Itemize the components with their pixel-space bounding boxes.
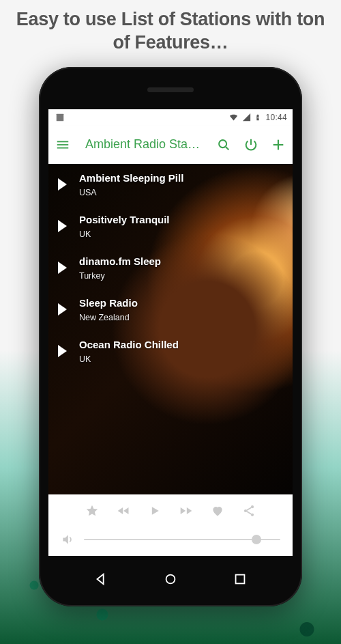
play-icon[interactable] (58, 178, 67, 191)
play-icon[interactable] (58, 220, 67, 232)
battery-icon (254, 113, 261, 122)
heart-icon[interactable] (211, 504, 224, 518)
station-name: Positively Tranquil (79, 214, 283, 226)
station-location: Turkey (79, 271, 283, 281)
power-icon[interactable] (243, 137, 258, 152)
svg-point-11 (166, 574, 175, 583)
station-row[interactable]: Positively TranquilUK (48, 206, 293, 247)
promo-headline: Easy to use List of Stations with ton of… (0, 0, 341, 60)
signal-icon (241, 112, 252, 122)
svg-rect-3 (57, 147, 69, 148)
svg-point-8 (251, 505, 254, 508)
wifi-icon (228, 112, 239, 122)
svg-rect-0 (57, 113, 64, 121)
station-name: Ocean Radio Chilled (79, 339, 283, 351)
svg-point-10 (251, 513, 254, 516)
phone-speaker (147, 87, 194, 92)
station-meta: dinamo.fm SleepTurkey (79, 255, 283, 281)
station-location: UK (79, 229, 283, 239)
station-location: UK (79, 354, 283, 364)
rewind-icon[interactable] (117, 504, 130, 518)
android-nav-bar (39, 564, 302, 594)
phone-frame: 10:44 Ambient Radio Sta… Ambient Sleepin… (39, 67, 302, 606)
recent-apps-button[interactable] (233, 572, 248, 587)
back-button[interactable] (93, 572, 108, 587)
svg-rect-1 (57, 141, 69, 142)
station-meta: Ocean Radio ChilledUK (79, 339, 283, 364)
screen: 10:44 Ambient Radio Sta… Ambient Sleepin… (48, 109, 293, 556)
status-bar: 10:44 (48, 109, 293, 126)
play-icon[interactable] (58, 303, 67, 316)
play-icon[interactable] (58, 262, 67, 274)
station-row[interactable]: Sleep RadioNew Zealand (48, 289, 293, 331)
station-row[interactable]: dinamo.fm SleepTurkey (48, 247, 293, 289)
add-icon[interactable] (271, 137, 286, 152)
station-row[interactable]: Ocean Radio ChilledUK (48, 331, 293, 372)
station-meta: Ambient Sleeping PillUSA (79, 172, 283, 197)
station-row[interactable]: Ambient Sleeping PillUSA (48, 164, 293, 206)
svg-line-5 (226, 146, 228, 149)
play-icon[interactable] (148, 504, 162, 518)
menu-icon[interactable] (55, 137, 70, 152)
forward-icon[interactable] (179, 504, 193, 518)
station-location: New Zealand (79, 313, 283, 322)
volume-thumb[interactable] (252, 535, 261, 544)
svg-rect-2 (57, 144, 69, 145)
station-name: dinamo.fm Sleep (79, 255, 283, 268)
station-name: Sleep Radio (79, 297, 283, 309)
station-list[interactable]: Ambient Sleeping PillUSAPositively Tranq… (48, 164, 293, 494)
player-controls (48, 494, 293, 556)
station-name: Ambient Sleeping Pill (79, 172, 283, 184)
station-location: USA (79, 188, 283, 197)
play-icon[interactable] (58, 345, 67, 357)
volume-icon[interactable] (61, 533, 74, 546)
svg-point-4 (219, 140, 226, 148)
carrier-icon (54, 113, 65, 122)
status-time: 10:44 (265, 113, 287, 122)
favorite-star-icon[interactable] (85, 504, 99, 518)
app-bar: Ambient Radio Sta… (48, 126, 293, 164)
volume-slider[interactable] (84, 539, 280, 540)
app-title: Ambient Radio Sta… (85, 137, 204, 152)
share-icon[interactable] (242, 504, 256, 518)
search-icon[interactable] (216, 137, 231, 152)
station-meta: Positively TranquilUK (79, 214, 283, 239)
station-meta: Sleep RadioNew Zealand (79, 297, 283, 322)
svg-rect-12 (236, 574, 245, 583)
home-button[interactable] (163, 572, 178, 587)
